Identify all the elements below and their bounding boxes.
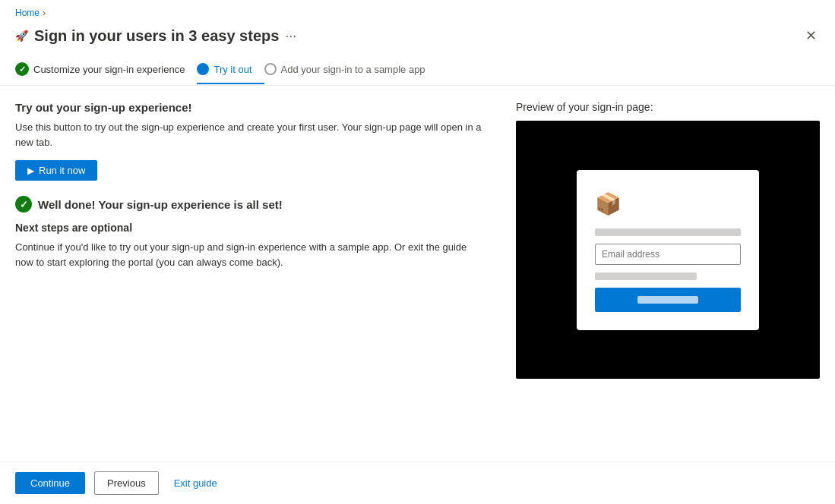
play-icon: ▶	[27, 165, 34, 176]
step-label-customize: Customize your sign-in experience	[33, 64, 185, 75]
page-container: Home › 🚀 Sign in your users in 3 easy st…	[0, 0, 835, 504]
previous-button[interactable]: Previous	[94, 471, 159, 495]
title-row: 🚀 Sign in your users in 3 easy steps ···…	[15, 24, 820, 47]
step-check-customize	[15, 62, 29, 76]
exit-guide-button[interactable]: Exit guide	[168, 472, 223, 494]
right-panel: Preview of your sign-in page: 📦	[516, 101, 820, 454]
run-it-now-button[interactable]: ▶ Run it now	[15, 160, 97, 181]
signin-submit-btn[interactable]	[595, 288, 741, 312]
left-panel: Try out your sign-up experience! Use thi…	[15, 101, 486, 454]
signin-btn-label-bar	[637, 296, 698, 304]
run-btn-label: Run it now	[39, 165, 85, 176]
header: Home › 🚀 Sign in your users in 3 easy st…	[0, 0, 835, 86]
title-left: 🚀 Sign in your users in 3 easy steps ···	[15, 27, 296, 45]
continue-button[interactable]: Continue	[15, 472, 85, 494]
step-circle-try	[197, 63, 209, 75]
main-content: Try out your sign-up experience! Use thi…	[0, 86, 835, 461]
signin-subtitle-bar	[595, 272, 697, 280]
page-title: Sign in your users in 3 easy steps	[34, 27, 279, 45]
next-steps-title: Next steps are optional	[15, 222, 486, 234]
step-sample[interactable]: Add your sign-in to a sample app	[264, 57, 438, 84]
step-label-try: Try it out	[213, 64, 251, 75]
steps-row: Customize your sign-in experience Try it…	[15, 56, 820, 85]
breadcrumb: Home ›	[15, 8, 820, 18]
signin-email-input[interactable]	[595, 244, 741, 265]
next-steps-desc: Continue if you'd like to try out your s…	[15, 240, 486, 269]
footer: Continue Previous Exit guide	[0, 461, 835, 504]
breadcrumb-separator: ›	[43, 8, 46, 18]
breadcrumb-home[interactable]: Home	[15, 8, 40, 18]
well-done-check-icon	[15, 196, 32, 213]
signin-title-bar	[595, 228, 741, 236]
rocket-icon: 🚀	[15, 30, 28, 42]
close-button[interactable]: ✕	[802, 24, 820, 47]
step-customize[interactable]: Customize your sign-in experience	[15, 56, 197, 85]
signin-card: 📦	[577, 170, 759, 330]
well-done-row: Well done! Your sign-up experience is al…	[15, 196, 486, 213]
step-label-sample: Add your sign-in to a sample app	[281, 64, 425, 75]
ellipsis-menu[interactable]: ···	[285, 28, 296, 44]
section1-title: Try out your sign-up experience!	[15, 101, 486, 114]
step-try[interactable]: Try it out	[197, 57, 264, 84]
step-circle-sample	[264, 63, 277, 75]
section1-desc: Use this button to try out the sign-up e…	[15, 120, 486, 150]
signin-logo-icon: 📦	[595, 191, 741, 216]
preview-box: 📦	[516, 121, 820, 379]
preview-label: Preview of your sign-in page:	[516, 101, 820, 113]
well-done-text: Well done! Your sign-up experience is al…	[38, 198, 283, 211]
